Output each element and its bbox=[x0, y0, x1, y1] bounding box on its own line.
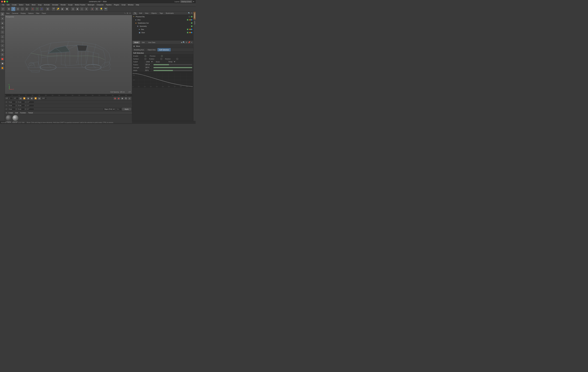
move-tool-button[interactable]: ⊕ bbox=[7, 7, 11, 11]
object-disc2[interactable]: ● Disc ✓ 🔶🔷 bbox=[132, 28, 193, 31]
menu-select[interactable]: Select bbox=[18, 4, 24, 6]
door-vis-1[interactable]: ✓ bbox=[187, 32, 188, 33]
tool8-btn[interactable]: ⊕ bbox=[0, 48, 4, 52]
tab-modelling-axis[interactable]: Modelling Axis bbox=[132, 48, 146, 51]
tool3-btn[interactable]: ⊛ bbox=[0, 26, 4, 30]
poly-tool-button[interactable]: ⊞ bbox=[25, 7, 29, 11]
surface-checkbox[interactable] bbox=[145, 58, 146, 60]
grid-button[interactable]: ⊞ bbox=[46, 7, 50, 11]
subd-vis-1[interactable]: ✓ bbox=[191, 22, 192, 24]
select-tool-button[interactable]: ✛ bbox=[11, 7, 15, 11]
radius-input[interactable] bbox=[145, 64, 152, 66]
tab-view[interactable]: View bbox=[144, 12, 149, 14]
menu-pipeline[interactable]: Pipeline bbox=[105, 4, 113, 6]
layout-value[interactable]: Startup (User) bbox=[180, 0, 192, 3]
tool10-btn[interactable]: 🔴 bbox=[0, 57, 4, 61]
material-carpaint[interactable]: Car Pair bbox=[12, 115, 18, 123]
menu-mograph[interactable]: MoGraph bbox=[87, 4, 95, 6]
restrict-checkbox[interactable] bbox=[176, 58, 178, 60]
menu-render[interactable]: Render bbox=[60, 4, 67, 6]
tool7-btn[interactable]: ⌖ bbox=[0, 43, 4, 48]
disc-vis-1[interactable]: ✓ bbox=[187, 19, 188, 21]
menu-window[interactable]: Window bbox=[127, 4, 135, 6]
maximize-button[interactable] bbox=[6, 1, 8, 2]
menu-animate[interactable]: Animate bbox=[43, 4, 51, 6]
menu-tools[interactable]: Tools bbox=[25, 4, 30, 6]
tab-userdata[interactable]: User Data bbox=[147, 41, 157, 44]
end-frame-input[interactable] bbox=[42, 97, 47, 99]
tab-edit[interactable]: Edit bbox=[138, 12, 143, 14]
apply-button[interactable]: Apply bbox=[122, 108, 131, 111]
go-start-button[interactable]: ⏮ bbox=[19, 97, 22, 100]
poly-mode-button[interactable]: ◆ bbox=[75, 7, 79, 11]
tab-soft-selection[interactable]: Soft Selection bbox=[158, 48, 171, 51]
go-end-button[interactable]: ⏭ bbox=[38, 97, 41, 100]
menu-simulate[interactable]: Simulate bbox=[51, 4, 59, 6]
object-door[interactable]: ▣ Door ✓ 🔶🔷 bbox=[132, 31, 193, 34]
mat-edit[interactable]: Edit bbox=[14, 112, 19, 114]
menu-character[interactable]: Character bbox=[96, 4, 105, 6]
record-keys-button[interactable]: ⏺ bbox=[114, 97, 117, 100]
material-window-sphere[interactable] bbox=[6, 115, 11, 121]
close-button[interactable] bbox=[1, 1, 3, 2]
vh-cameras[interactable]: Cameras bbox=[12, 12, 18, 14]
tool5-btn[interactable]: △ bbox=[0, 35, 4, 39]
far-tab-layers[interactable]: Layers bbox=[193, 20, 196, 26]
viewport-expand[interactable]: ⤡ bbox=[124, 12, 126, 14]
menu-edit[interactable]: Edit bbox=[6, 4, 10, 6]
size-input[interactable] bbox=[116, 108, 122, 110]
z-pos-input[interactable] bbox=[8, 108, 15, 110]
tab-file[interactable]: File bbox=[133, 12, 137, 14]
tool9-btn[interactable]: S bbox=[0, 53, 4, 57]
edge-button[interactable]: ◇ bbox=[80, 7, 84, 11]
layout-selector[interactable]: Layout: Startup (User) ▼ bbox=[175, 0, 194, 3]
y-pos-input[interactable] bbox=[8, 105, 15, 107]
scale-tool-button[interactable]: ⊡ bbox=[16, 7, 20, 11]
render-button[interactable]: ● bbox=[90, 7, 94, 11]
camera-button[interactable]: 📷 bbox=[104, 7, 108, 11]
light-button[interactable]: 💡 bbox=[99, 7, 103, 11]
mat-texture[interactable]: Texture bbox=[27, 112, 34, 114]
strength-slider[interactable] bbox=[154, 67, 192, 68]
menu-file[interactable]: File bbox=[1, 4, 6, 6]
play-button[interactable]: ▶ bbox=[30, 97, 33, 100]
material-carpaint-sphere[interactable] bbox=[12, 115, 18, 121]
tool11-btn[interactable]: ⬢ bbox=[0, 62, 4, 65]
p-rot-input[interactable] bbox=[27, 105, 34, 107]
object-subdivision[interactable]: ◈ Subdivision Sur ✓ bbox=[132, 21, 193, 25]
y-rot-input[interactable] bbox=[18, 105, 25, 107]
tab-edit-attrs[interactable]: Edit bbox=[140, 41, 146, 44]
panel-settings-icon[interactable]: ⚙ bbox=[191, 12, 192, 14]
object-symmetry[interactable]: ⊕ Symmetry ✓ bbox=[132, 25, 193, 28]
viewport-settings[interactable]: ⚙ bbox=[126, 12, 128, 14]
auto-key-button[interactable]: ⏺ bbox=[117, 97, 120, 100]
props-back-icon[interactable]: ◀ bbox=[181, 41, 182, 43]
object-coord-dropdown[interactable]: Object (Pref) bbox=[103, 108, 115, 110]
mat-function[interactable]: Function bbox=[19, 112, 27, 114]
tool12-btn[interactable]: 🔶 bbox=[0, 66, 4, 70]
sky-vis-1[interactable]: ✓ bbox=[189, 16, 190, 17]
vh-view[interactable]: View bbox=[6, 12, 10, 14]
keyframe-button[interactable]: ◆ bbox=[121, 97, 124, 100]
minimize-button[interactable] bbox=[4, 1, 6, 2]
key-button[interactable]: 🔑 bbox=[56, 7, 60, 11]
start-frame-input[interactable] bbox=[13, 97, 18, 99]
viewport[interactable]: X Y Perspective Grid Spacing : 100 cm -3… bbox=[5, 15, 132, 94]
strength-input[interactable] bbox=[145, 66, 152, 69]
props-close-icon[interactable]: ✕ bbox=[191, 41, 192, 43]
search-icon[interactable]: 🔍 bbox=[188, 12, 190, 14]
width-slider[interactable] bbox=[154, 70, 192, 71]
options-button[interactable]: ⚙ bbox=[124, 97, 127, 100]
x-pos-input[interactable] bbox=[8, 101, 15, 103]
axis-z-button[interactable]: Z bbox=[40, 7, 44, 11]
axis-x-button[interactable]: X bbox=[31, 7, 35, 11]
far-tab-attributes[interactable]: Attributes bbox=[193, 11, 196, 20]
menu-plugins[interactable]: Plugins bbox=[113, 4, 120, 6]
window-controls[interactable] bbox=[1, 1, 8, 2]
falloff-dropdown[interactable]: Linear Ease In Ease Out bbox=[145, 61, 153, 63]
preview-checkbox[interactable]: ✓ bbox=[161, 55, 163, 57]
step-back-button[interactable]: ⏪ bbox=[23, 97, 26, 100]
vh-filter[interactable]: Filter bbox=[36, 12, 39, 14]
object-disc[interactable]: ● Disc ✓ 🔶🔷 bbox=[132, 18, 193, 21]
tool1-btn[interactable]: ✦ bbox=[0, 17, 4, 21]
